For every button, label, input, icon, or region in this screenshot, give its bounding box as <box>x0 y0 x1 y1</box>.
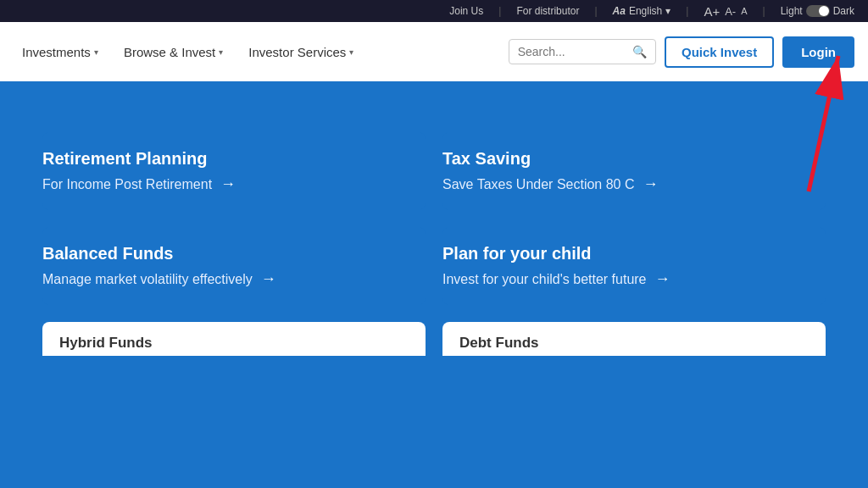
language-chevron: ▾ <box>665 5 670 17</box>
language-icon: Aa <box>613 5 626 17</box>
bottom-card-debt-title: Debt Funds <box>459 335 539 352</box>
card-desc-child: Invest for your child's better future <box>442 272 647 287</box>
font-large-button[interactable]: A+ <box>704 4 720 19</box>
investments-label: Investments <box>22 45 91 59</box>
card-arrow-tax[interactable]: → <box>643 175 659 193</box>
cards-grid: Retirement Planning For Income Post Reti… <box>42 132 826 305</box>
card-desc-balanced: Manage market volatility effectively <box>42 272 253 287</box>
investments-chevron: ▾ <box>94 47 98 57</box>
nav-investments[interactable]: Investments ▾ <box>14 22 107 81</box>
search-bar[interactable]: 🔍 <box>509 39 656 64</box>
card-tax-saving: Tax Saving Save Taxes Under Section 80 C… <box>442 132 826 210</box>
theme-toggle[interactable]: Light Dark <box>781 5 854 17</box>
investor-services-label: Investor Services <box>248 45 346 59</box>
quick-invest-button[interactable]: Quick Invest <box>665 36 774 68</box>
bottom-card-hybrid[interactable]: Hybrid Funds <box>42 322 426 356</box>
top-bar: Join Us | For distributor | Aa English ▾… <box>0 0 868 22</box>
bottom-cards: Hybrid Funds Debt Funds <box>42 322 826 356</box>
main-content: Retirement Planning For Income Post Reti… <box>0 81 868 488</box>
search-input[interactable] <box>518 45 627 58</box>
nav-browse-invest[interactable]: Browse & Invest ▾ <box>115 22 231 81</box>
for-distributor-link[interactable]: For distributor <box>516 5 579 17</box>
card-retirement-planning: Retirement Planning For Income Post Reti… <box>42 132 426 210</box>
language-label: English <box>629 5 662 17</box>
nav-bar: Investments ▾ Browse & Invest ▾ Investor… <box>0 22 868 81</box>
login-button[interactable]: Login <box>782 36 854 68</box>
card-desc-retirement: For Income Post Retirement <box>42 177 212 192</box>
card-balanced-funds: Balanced Funds Manage market volatility … <box>42 227 426 305</box>
browse-invest-chevron: ▾ <box>219 47 223 57</box>
join-us-link[interactable]: Join Us <box>449 5 483 17</box>
card-desc-tax: Save Taxes Under Section 80 C <box>442 177 635 192</box>
theme-light-label: Light <box>781 5 803 17</box>
card-arrow-balanced[interactable]: → <box>261 270 276 288</box>
font-size-controls: A+ A- A <box>704 4 747 19</box>
language-selector[interactable]: Aa English ▾ <box>613 5 671 17</box>
nav-investor-services[interactable]: Investor Services ▾ <box>240 22 362 81</box>
theme-dark-label: Dark <box>833 5 854 17</box>
card-title-retirement: Retirement Planning <box>42 149 409 169</box>
bottom-card-hybrid-title: Hybrid Funds <box>59 335 153 352</box>
browse-invest-label: Browse & Invest <box>124 45 215 59</box>
card-child-plan: Plan for your child Invest for your chil… <box>442 227 826 305</box>
card-title-tax: Tax Saving <box>442 149 809 169</box>
font-medium-button[interactable]: A- <box>725 5 736 18</box>
investor-services-chevron: ▾ <box>349 47 353 57</box>
font-small-button[interactable]: A <box>741 6 747 16</box>
theme-switch[interactable] <box>806 5 830 17</box>
bottom-card-debt[interactable]: Debt Funds <box>442 322 826 356</box>
card-arrow-retirement[interactable]: → <box>220 175 236 193</box>
card-title-balanced: Balanced Funds <box>42 244 409 263</box>
card-arrow-child[interactable]: → <box>655 270 670 288</box>
card-title-child: Plan for your child <box>442 244 809 263</box>
search-icon: 🔍 <box>632 45 647 58</box>
